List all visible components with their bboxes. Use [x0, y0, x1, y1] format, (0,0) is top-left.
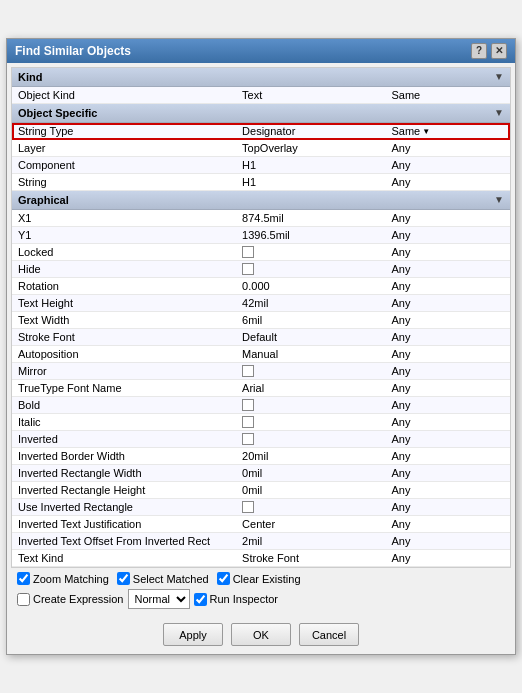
prop-checkbox[interactable]	[242, 416, 254, 428]
section-label-1: Object Specific ▼	[12, 104, 510, 123]
normal-dropdown[interactable]: Normal Mask Dim	[128, 589, 190, 609]
close-button[interactable]: ✕	[491, 43, 507, 59]
prop-name: X1	[12, 210, 236, 227]
table-row: Rotation0.000Any	[12, 278, 510, 295]
prop-value: Designator	[236, 123, 385, 140]
apply-button[interactable]: Apply	[163, 623, 223, 646]
prop-name: Italic	[12, 414, 236, 431]
match-value: Any	[385, 227, 510, 244]
match-value: Any	[385, 278, 510, 295]
match-dropdown-cell[interactable]: Same ▼	[385, 123, 510, 140]
table-row: Inverted Text Offset From Inverted Rect2…	[12, 533, 510, 550]
help-button[interactable]: ?	[471, 43, 487, 59]
prop-value: 0mil	[236, 465, 385, 482]
clear-existing-label[interactable]: Clear Existing	[217, 572, 301, 585]
dialog-title: Find Similar Objects	[15, 44, 131, 58]
match-value: Any	[385, 210, 510, 227]
table-row: BoldAny	[12, 397, 510, 414]
table-row: Text Width6milAny	[12, 312, 510, 329]
title-bar: Find Similar Objects ? ✕	[7, 39, 515, 63]
prop-value: 874.5mil	[236, 210, 385, 227]
prop-name: String Type	[12, 123, 236, 140]
prop-name: Autoposition	[12, 346, 236, 363]
match-value: Any	[385, 465, 510, 482]
table-row: ItalicAny	[12, 414, 510, 431]
select-matched-label[interactable]: Select Matched	[117, 572, 209, 585]
table-row: Text Height42milAny	[12, 295, 510, 312]
zoom-matching-label[interactable]: Zoom Matching	[17, 572, 109, 585]
table-row: Stroke FontDefaultAny	[12, 329, 510, 346]
prop-name: Mirror	[12, 363, 236, 380]
table-row: StringH1Any	[12, 174, 510, 191]
prop-name: Layer	[12, 140, 236, 157]
section-label-0: Kind ▼	[12, 68, 510, 87]
title-bar-buttons: ? ✕	[471, 43, 507, 59]
prop-checkbox[interactable]	[242, 263, 254, 275]
match-value: Any	[385, 533, 510, 550]
match-value: Any	[385, 397, 510, 414]
match-value: Any	[385, 380, 510, 397]
prop-value: 1396.5mil	[236, 227, 385, 244]
create-expression-label[interactable]: Create Expression	[17, 593, 124, 606]
clear-existing-checkbox[interactable]	[217, 572, 230, 585]
prop-checkbox[interactable]	[242, 433, 254, 445]
prop-name: Inverted Rectangle Height	[12, 482, 236, 499]
cancel-button[interactable]: Cancel	[299, 623, 359, 646]
prop-name: Rotation	[12, 278, 236, 295]
match-value: Any	[385, 346, 510, 363]
table-row: HideAny	[12, 261, 510, 278]
table-row: AutopositionManualAny	[12, 346, 510, 363]
run-inspector-label[interactable]: Run Inspector	[194, 593, 278, 606]
table-row: LockedAny	[12, 244, 510, 261]
prop-name: Hide	[12, 261, 236, 278]
section-header-1: Object Specific ▼	[12, 104, 510, 123]
table-row: Text KindStroke FontAny	[12, 550, 510, 567]
find-similar-objects-dialog: Find Similar Objects ? ✕ Kind ▼Object Ki…	[6, 38, 516, 655]
prop-name: Bold	[12, 397, 236, 414]
prop-value: H1	[236, 157, 385, 174]
match-value: Any	[385, 312, 510, 329]
prop-name: Object Kind	[12, 87, 236, 104]
table-row: LayerTopOverlayAny	[12, 140, 510, 157]
match-value: Any	[385, 261, 510, 278]
prop-name: Component	[12, 157, 236, 174]
prop-value: Center	[236, 516, 385, 533]
table-row: MirrorAny	[12, 363, 510, 380]
prop-checkbox[interactable]	[242, 399, 254, 411]
bottom-section: Zoom Matching Select Matched Clear Exist…	[11, 568, 511, 617]
prop-value: 6mil	[236, 312, 385, 329]
prop-value: 20mil	[236, 448, 385, 465]
match-value: Same	[385, 87, 510, 104]
table-row: Inverted Rectangle Height0milAny	[12, 482, 510, 499]
prop-name: Y1	[12, 227, 236, 244]
ok-button[interactable]: OK	[231, 623, 291, 646]
match-value: Any	[385, 448, 510, 465]
match-value: Any	[385, 174, 510, 191]
prop-checkbox[interactable]	[242, 246, 254, 258]
match-value: Any	[385, 550, 510, 567]
prop-name: Stroke Font	[12, 329, 236, 346]
prop-name: TrueType Font Name	[12, 380, 236, 397]
zoom-matching-checkbox[interactable]	[17, 572, 30, 585]
run-inspector-checkbox[interactable]	[194, 593, 207, 606]
prop-checkbox[interactable]	[242, 365, 254, 377]
prop-checkbox[interactable]	[242, 501, 254, 513]
match-value: Any	[385, 414, 510, 431]
table-row: Y11396.5milAny	[12, 227, 510, 244]
table-row: Inverted Border Width20milAny	[12, 448, 510, 465]
prop-name: Text Height	[12, 295, 236, 312]
prop-name: Inverted Text Offset From Inverted Rect	[12, 533, 236, 550]
options-row-1: Zoom Matching Select Matched Clear Exist…	[17, 572, 505, 585]
table-row: ComponentH1Any	[12, 157, 510, 174]
table-row: TrueType Font NameArialAny	[12, 380, 510, 397]
properties-table: Kind ▼Object KindTextSameObject Specific…	[12, 68, 510, 567]
prop-value: Arial	[236, 380, 385, 397]
table-row: String TypeDesignator Same ▼	[12, 123, 510, 140]
match-value: Any	[385, 295, 510, 312]
select-matched-checkbox[interactable]	[117, 572, 130, 585]
table-row: Object KindTextSame	[12, 87, 510, 104]
prop-name: Text Kind	[12, 550, 236, 567]
properties-table-container: Kind ▼Object KindTextSameObject Specific…	[11, 67, 511, 568]
prop-name: Inverted Text Justification	[12, 516, 236, 533]
create-expression-checkbox[interactable]	[17, 593, 30, 606]
